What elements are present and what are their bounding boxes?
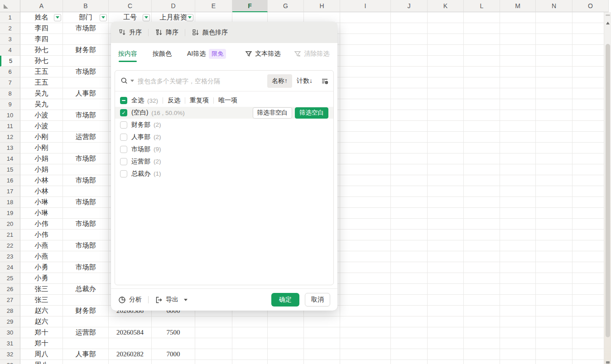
cell-L6[interactable] [464,67,500,77]
cell-J27[interactable] [391,295,428,306]
duplicates-link[interactable]: 重复项 [190,96,209,105]
cell-J11[interactable] [391,121,428,132]
cell-I8[interactable] [340,88,391,99]
cell-O30[interactable] [573,327,609,338]
cell-N28[interactable] [536,306,573,316]
cell-N22[interactable] [536,240,573,251]
cell-L24[interactable] [464,262,500,273]
cell-I24[interactable] [340,262,391,273]
cell-J22[interactable] [391,240,428,251]
column-header-F[interactable]: F [232,0,268,12]
cell-C30[interactable]: 20260584 [109,327,152,338]
cell-B30[interactable]: 运营部 [63,327,109,338]
cell-M29[interactable] [500,316,536,327]
cell-O27[interactable] [573,295,609,306]
cell-O32[interactable] [573,349,609,360]
cell-O2[interactable] [573,23,609,34]
cell-M25[interactable] [500,273,536,284]
cell-K24[interactable] [428,262,464,273]
cell-K6[interactable] [428,67,464,77]
column-header-O[interactable]: O [573,0,609,12]
cell-B15[interactable] [63,164,109,175]
cell-I16[interactable] [340,175,391,186]
cell-K8[interactable] [428,88,464,99]
cell-O7[interactable] [573,77,609,88]
cell-G29[interactable] [268,316,304,327]
cell-J2[interactable] [391,23,428,34]
cell-E33[interactable] [195,360,232,364]
cell-M3[interactable] [500,34,536,45]
cell-N2[interactable] [536,23,573,34]
row-header-32[interactable]: 32 [0,349,20,360]
row-header-22[interactable]: 22 [0,240,20,251]
cell-F31[interactable] [232,338,268,349]
row-header-33[interactable]: 33 [0,360,20,364]
cell-N27[interactable] [536,295,573,306]
cell-J25[interactable] [391,273,428,284]
cell-O15[interactable] [573,164,609,175]
cell-O26[interactable] [573,284,609,295]
search-input[interactable] [138,77,267,85]
cell-I18[interactable] [340,197,391,208]
cell-L4[interactable] [464,45,500,56]
cell-D31[interactable] [152,338,195,349]
cell-A28[interactable]: 赵六 [20,306,63,316]
cell-J24[interactable] [391,262,428,273]
cell-K18[interactable] [428,197,464,208]
cell-K19[interactable] [428,208,464,219]
filter-non-blank-button[interactable]: 筛选非空白 [253,107,293,119]
cell-O14[interactable] [573,153,609,164]
cell-M19[interactable] [500,208,536,219]
cell-I20[interactable] [340,219,391,230]
cell-N13[interactable] [536,143,573,153]
cell-J3[interactable] [391,34,428,45]
cell-H29[interactable] [304,316,340,327]
cell-M12[interactable] [500,132,536,143]
cell-M26[interactable] [500,284,536,295]
cell-G33[interactable] [268,360,304,364]
row-header-26[interactable]: 26 [0,284,20,295]
cell-K4[interactable] [428,45,464,56]
cell-I28[interactable] [340,306,391,316]
cell-M20[interactable] [500,219,536,230]
cell-O9[interactable] [573,99,609,110]
cell-L28[interactable] [464,306,500,316]
cell-B23[interactable] [63,251,109,262]
option-checkbox[interactable] [120,134,127,141]
cell-N4[interactable] [536,45,573,56]
cell-C33[interactable] [109,360,152,364]
cell-N20[interactable] [536,219,573,230]
cell-M24[interactable] [500,262,536,273]
select-all-label[interactable]: 全选 [131,96,144,105]
cell-K12[interactable] [428,132,464,143]
cell-N32[interactable] [536,349,573,360]
cell-I2[interactable] [340,23,391,34]
cell-A16[interactable]: 小林 [20,175,63,186]
cell-M28[interactable] [500,306,536,316]
cell-L2[interactable] [464,23,500,34]
cell-J18[interactable] [391,197,428,208]
row-header-11[interactable]: 11 [0,121,20,132]
color-sort-button[interactable]: 颜色排序 [192,29,228,37]
cell-N24[interactable] [536,262,573,273]
cell-A15[interactable]: 小娟 [20,164,63,175]
cell-B10[interactable]: 市场部 [63,110,109,121]
cell-K15[interactable] [428,164,464,175]
cell-J7[interactable] [391,77,428,88]
cell-A30[interactable]: 郑十 [20,327,63,338]
row-header-30[interactable]: 30 [0,327,20,338]
cell-J13[interactable] [391,143,428,153]
cell-N5[interactable] [536,56,573,67]
cell-O29[interactable] [573,316,609,327]
row-header-24[interactable]: 24 [0,262,20,273]
cell-K11[interactable] [428,121,464,132]
cell-B11[interactable] [63,121,109,132]
cell-A21[interactable]: 小伟 [20,230,63,240]
cell-A19[interactable]: 小琳 [20,208,63,219]
cell-N30[interactable] [536,327,573,338]
cell-J1[interactable] [391,12,428,23]
cell-J29[interactable] [391,316,428,327]
cell-B17[interactable] [63,186,109,197]
cell-I3[interactable] [340,34,391,45]
cell-F29[interactable] [232,316,268,327]
